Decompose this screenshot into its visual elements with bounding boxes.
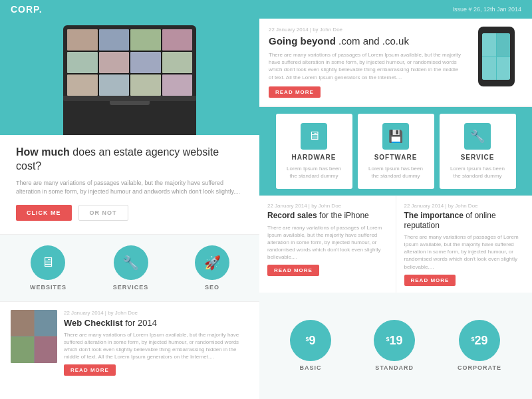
service-body: Lorem Ipsum has been the standard dummy (446, 165, 509, 180)
services-section: 🖥 HARDWARE Lorem Ipsum has been the stan… (259, 107, 532, 196)
laptop-stand (110, 101, 150, 105)
phone-screen (482, 33, 510, 80)
article-col-left-read-more-button[interactable]: READ MORE (267, 265, 319, 276)
icon-item-services: 🔧 SERVICES (113, 245, 148, 291)
featured-title-strong: Going beyond (269, 35, 336, 47)
hardware-title: HARDWARE (292, 154, 336, 161)
laptop-cell (130, 52, 161, 73)
price-label-corporate: CORPORATE (458, 364, 501, 371)
services-icon-circle: 🔧 (114, 245, 148, 280)
article-col-left: 22 January 2014 | by John Doe Record sal… (259, 196, 396, 293)
services-label: SERVICES (113, 284, 148, 291)
laptop-hero (0, 19, 259, 135)
tagline-body: There are many variations of passages va… (16, 179, 243, 197)
article-title-rest: for 2014 (123, 318, 157, 328)
left-column: How much does an estate agency website c… (0, 19, 259, 399)
laptop-cell (99, 74, 130, 96)
article-col-left-title-rest: for the iPhone (317, 211, 369, 220)
article-col-right-body: There are many variations of passages of… (404, 233, 525, 271)
pricing-section: $9 BASIC $19 STANDARD $29 CORPORATE (259, 293, 532, 399)
laptop-cell (99, 29, 130, 51)
price-amount-corporate: 29 (475, 334, 488, 347)
websites-label: WEBSITES (30, 284, 66, 291)
seo-label: SEO (205, 284, 219, 291)
header: CORP. Issue # 26, 12th Jan 2014 (0, 0, 532, 19)
laptop-cell (67, 74, 98, 96)
article-col-right-read-more-button[interactable]: READ MORE (404, 275, 456, 286)
or-not-button[interactable]: OR NOT (78, 205, 128, 221)
laptop-cell (162, 29, 193, 51)
featured-body: There are many variations of passages of… (269, 51, 463, 81)
article-col-right-meta: 22 January 2014 | by John Doe (404, 203, 525, 209)
articles-row: 22 January 2014 | by John Doe Record sal… (259, 196, 532, 293)
service-title: SERVICE (461, 154, 495, 161)
laptop-cell (130, 74, 161, 96)
laptop-cell (67, 29, 98, 51)
seo-icon-circle: 🚀 (195, 245, 229, 280)
article-col-left-meta: 22 January 2014 | by John Doe (267, 203, 388, 209)
hardware-icon: 🖥 (301, 123, 327, 150)
laptop-base (63, 96, 196, 101)
logo: CORP. (11, 4, 43, 15)
laptop-screen (67, 29, 192, 96)
service-card-software: 💾 SOFTWARE Lorem Ipsum has been the stan… (358, 114, 434, 189)
laptop-cell (162, 74, 193, 96)
article-thumbnail (11, 310, 57, 363)
bottom-article: 22 January 2014 | by John Doe Web Checkl… (0, 301, 259, 399)
right-column: 22 January 2014 | by John Doe Going beyo… (259, 19, 532, 399)
software-title: SOFTWARE (374, 154, 418, 161)
issue-number: Issue # 26, 12th Jan 2014 (452, 6, 521, 13)
laptop-cell (67, 52, 98, 73)
software-icon: 💾 (382, 123, 409, 150)
icon-item-websites: 🖥 WEBSITES (30, 245, 66, 291)
featured-title: Going beyond .com and .co.uk (269, 35, 463, 47)
tagline-section: How much does an estate agency website c… (0, 135, 259, 234)
icons-section: 🖥 WEBSITES 🔧 SERVICES 🚀 SEO (0, 234, 259, 301)
tagline-title: How much does an estate agency website c… (16, 146, 243, 174)
featured-title-rest: .com and .co.uk (336, 35, 409, 47)
featured-meta: 22 January 2014 | by John Doe (269, 27, 463, 33)
websites-icon-circle: 🖥 (31, 245, 65, 280)
software-body: Lorem Ipsum has been the standard dummy (364, 165, 428, 180)
icon-item-seo: 🚀 SEO (195, 245, 229, 291)
price-label-standard: STANDARD (375, 364, 414, 371)
article-read-more-button[interactable]: READ MORE (64, 364, 116, 376)
price-item-basic: $9 BASIC (290, 320, 331, 371)
click-me-button[interactable]: CLICK ME (16, 205, 72, 221)
phone-shape (478, 27, 515, 86)
article-col-left-body: There are many variations of passages of… (267, 224, 388, 261)
featured-section: 22 January 2014 | by John Doe Going beyo… (259, 19, 532, 107)
service-icon: 🔧 (464, 123, 491, 150)
button-row: CLICK ME OR NOT (16, 205, 243, 221)
featured-content: 22 January 2014 | by John Doe Going beyo… (269, 27, 463, 98)
article-col-left-title-strong: Record sales (267, 211, 317, 220)
main-container: How much does an estate agency website c… (0, 19, 532, 399)
price-circle-basic: $9 (290, 320, 331, 361)
featured-read-more-button[interactable]: READ MORE (269, 86, 321, 98)
article-body: There are many variations of Lorem Ipsum… (64, 331, 249, 361)
article-content: 22 January 2014 | by John Doe Web Checkl… (64, 310, 249, 391)
service-card-hardware: 🖥 HARDWARE Lorem Ipsum has been the stan… (276, 114, 352, 189)
laptop-cell (99, 52, 130, 73)
price-item-standard: $19 STANDARD (374, 320, 415, 371)
article-col-right-title: The importance of online reputation (404, 211, 525, 230)
price-label-basic: BASIC (300, 364, 322, 371)
laptop-cell (130, 29, 161, 51)
tagline-title-strong: How much (16, 146, 70, 158)
featured-thumbnail (469, 27, 523, 98)
article-title: Web Checklist for 2014 (64, 318, 249, 328)
article-col-left-title: Record sales for the iPhone (267, 211, 388, 220)
laptop-frame (63, 25, 196, 135)
article-meta: 22 January 2014 | by John Doe (64, 310, 249, 316)
price-item-corporate: $29 CORPORATE (458, 320, 501, 371)
article-title-strong: Web Checklist (64, 318, 123, 328)
article-col-right-title-strong: The importance (404, 211, 464, 220)
laptop-cell (162, 52, 193, 73)
service-card-service: 🔧 SERVICE Lorem Ipsum has been the stand… (440, 114, 516, 189)
price-circle-standard: $19 (374, 320, 415, 361)
article-col-right: 22 January 2014 | by John Doe The import… (396, 196, 533, 293)
hardware-body: Lorem Ipsum has been the standard dummy (283, 165, 346, 180)
price-circle-corporate: $29 (459, 320, 500, 361)
price-amount-basic: 9 (309, 334, 316, 347)
price-amount-standard: 19 (390, 334, 403, 347)
